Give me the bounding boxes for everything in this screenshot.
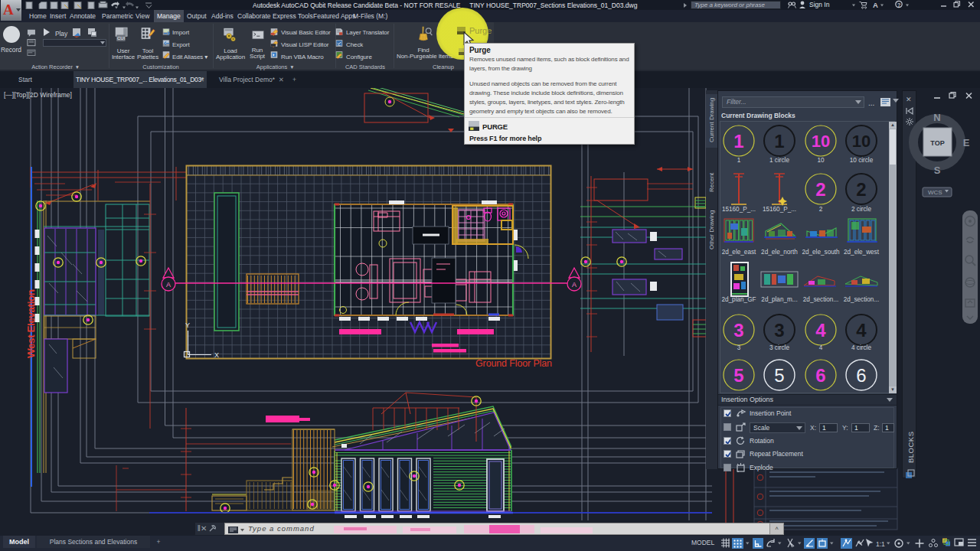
svg-text:1: 1 [774,131,784,152]
svg-text:3: 3 [733,320,743,341]
svg-text:S: S [934,165,941,176]
svg-text:4 circle: 4 circle [851,344,871,351]
svg-text:2: 2 [856,179,866,200]
svg-text:N: N [933,112,940,123]
svg-text:3 circle: 3 circle [769,344,789,351]
svg-text:3: 3 [774,320,784,341]
svg-text:1:1: 1:1 [876,540,885,548]
svg-text:6: 6 [856,365,866,386]
svg-text:2: 2 [815,179,825,200]
svg-text:10: 10 [852,132,871,151]
svg-text:5: 5 [774,365,784,386]
svg-text:Purge: Purge [469,26,492,35]
svg-text:Ground Floor Plan: Ground Floor Plan [475,358,552,369]
svg-text:2d_ele_south: 2d_ele_south [802,249,840,256]
svg-text:6: 6 [815,365,825,386]
svg-text:WCS: WCS [928,189,942,196]
svg-text:5: 5 [733,365,743,386]
svg-text:TOP: TOP [930,139,944,147]
svg-text:10 circle: 10 circle [850,157,874,164]
svg-text:2: 2 [819,206,823,213]
svg-text:4: 4 [815,320,826,341]
svg-text:15160_P_...: 15160_P_... [763,206,796,213]
svg-text:A: A [572,281,577,289]
svg-text:15160_P_...: 15160_P_... [722,206,756,213]
svg-text:A: A [873,1,878,9]
svg-text:3: 3 [737,344,741,351]
svg-text:E: E [963,137,970,148]
svg-text:?: ? [897,2,900,8]
svg-text:Sign In: Sign In [809,1,830,8]
svg-text:2d_ele_north: 2d_ele_north [761,249,798,256]
svg-text:1 circle: 1 circle [769,157,789,164]
svg-text:1: 1 [733,131,743,152]
svg-text:2d_section...: 2d_section... [803,296,838,303]
svg-text:1: 1 [737,157,741,164]
svg-text:2d_plan_m...: 2d_plan_m... [761,296,797,303]
svg-text:10: 10 [817,157,825,164]
svg-text:2d_plan_GF: 2d_plan_GF [721,296,756,303]
svg-text:2d_ele_east: 2d_ele_east [722,249,756,256]
svg-text:2 circle: 2 circle [851,206,871,213]
svg-text:10: 10 [812,132,830,151]
svg-text:Y: Y [185,321,190,329]
svg-text:4: 4 [856,320,867,341]
svg-text:4: 4 [819,344,823,351]
svg-text:X: X [214,351,219,359]
svg-text:2d_ele_west: 2d_ele_west [844,249,880,256]
svg-text:A: A [166,281,171,289]
svg-text:West Elevation: West Elevation [25,289,37,358]
svg-text:CUI: CUI [117,36,126,41]
svg-text:2d_section...: 2d_section... [844,296,879,303]
